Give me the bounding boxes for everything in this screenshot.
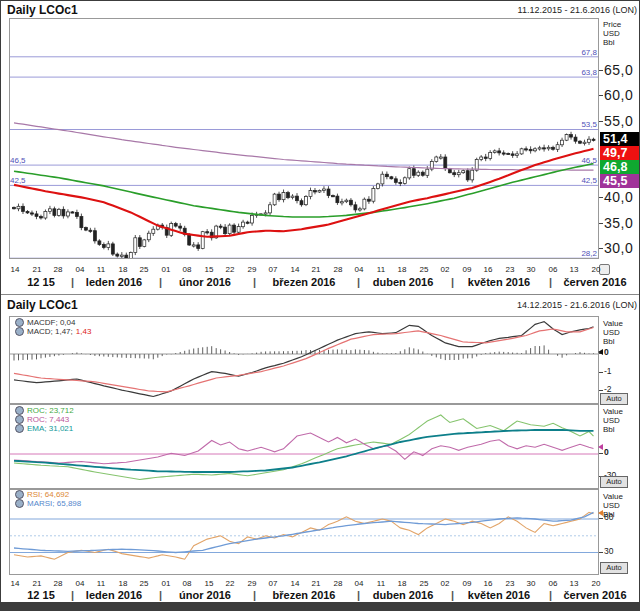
price-tick-label: 65,0 — [604, 62, 633, 78]
bottom-chart-title: Daily LCOc1 — [7, 298, 78, 312]
month-label: 12 15 — [27, 589, 55, 601]
day-tick-label: 04 — [351, 579, 367, 588]
day-tick-label: 21 — [29, 265, 45, 274]
bottom-chart-header: Daily LCOc1 14.12.2015 - 21.6.2016 (LON) — [1, 294, 640, 317]
roc-axis-unit: Bbl — [603, 425, 615, 434]
day-tick-label: 06 — [545, 265, 561, 274]
rsi-tick-label: 30 — [604, 547, 613, 556]
day-tick-label: 01 — [158, 579, 174, 588]
day-tick-label: 13 — [566, 579, 582, 588]
day-tick-label: 02 — [437, 265, 453, 274]
month-label: březen 2016 — [273, 276, 336, 288]
indicator-properties-icon[interactable] — [15, 327, 24, 336]
month-label: duben 2016 — [373, 589, 434, 601]
day-tick-label: 01 — [158, 265, 174, 274]
top-x-axis: 1421280411182501081522290714212804111825… — [1, 259, 640, 293]
legend-text: MACDF; 0,04 — [27, 318, 75, 327]
indicator-properties-icon[interactable] — [15, 415, 24, 424]
rsi-legend-item[interactable]: MARSI; 65,898 — [15, 499, 81, 508]
roc-auto-scale-button[interactable]: Auto — [600, 476, 628, 488]
day-tick-label: 16 — [480, 579, 496, 588]
indicator-properties-icon[interactable] — [15, 490, 24, 499]
level-label-right: 67,8 — [553, 48, 597, 57]
day-tick-label: 04 — [72, 265, 88, 274]
rsi-tick-label: 60 — [604, 513, 613, 522]
month-label: červen 2016 — [564, 276, 627, 288]
legend-text: ROC; 23,712 — [27, 406, 74, 415]
rsi-tick-dash — [599, 552, 603, 553]
day-tick-label: 14 — [287, 265, 303, 274]
price-tick-dash — [599, 223, 603, 224]
level-label-left: 46,5 — [10, 156, 26, 165]
day-tick-label: 08 — [179, 265, 195, 274]
price-tick-dash — [599, 197, 603, 198]
legend-text: EMA; 31,021 — [27, 424, 73, 433]
day-tick-label: 21 — [308, 265, 324, 274]
rsi-panel-plot[interactable] — [9, 489, 599, 575]
main-price-plot[interactable] — [9, 18, 599, 259]
day-tick-label: 25 — [136, 579, 152, 588]
rsi-auto-scale-button[interactable]: Auto — [600, 562, 628, 574]
roc-legend-item[interactable]: ROC; 7,443 — [15, 415, 69, 424]
level-label-right: 63,8 — [553, 68, 597, 77]
chart-window: Daily LCOc1 11.12.2015 - 21.6.2016 (LON)… — [0, 0, 640, 611]
day-tick-label: 30 — [523, 265, 539, 274]
month-separator: | — [253, 276, 256, 288]
top-chart-title: Daily LCOc1 — [7, 3, 78, 17]
day-tick-label: 08 — [179, 579, 195, 588]
level-label-right: 46,5 — [553, 156, 597, 165]
roc-legend-item[interactable]: EMA; 31,021 — [15, 424, 73, 433]
macd-tick-dash — [599, 390, 603, 391]
macd-auto-scale-button[interactable]: Auto — [600, 393, 628, 405]
indicator-properties-icon[interactable] — [15, 424, 24, 433]
month-separator: | — [451, 589, 454, 601]
level-label-right: 53,5 — [553, 120, 597, 129]
legend-text: MACD; 1,47; — [27, 327, 73, 336]
day-tick-label: 07 — [265, 265, 281, 274]
month-label: květen 2016 — [468, 589, 530, 601]
month-label: únor 2016 — [179, 276, 231, 288]
macd-panel-plot[interactable] — [9, 316, 599, 404]
roc-legend-item[interactable]: ROC; 23,712 — [15, 406, 74, 415]
price-tick-label: 60,0 — [604, 87, 633, 103]
day-tick-label: 20 — [588, 265, 604, 274]
day-tick-label: 11 — [373, 579, 389, 588]
indicator-properties-icon[interactable] — [15, 406, 24, 415]
roc-current-value-marker — [598, 444, 603, 450]
day-tick-label: 29 — [244, 265, 260, 274]
day-tick-label: 21 — [308, 579, 324, 588]
month-label: březen 2016 — [273, 589, 336, 601]
rsi-legend-item[interactable]: RSI; 64,692 — [15, 490, 69, 499]
price-badge: 45,5 — [600, 174, 640, 188]
price-tick-dash — [599, 121, 603, 122]
day-tick-label: 21 — [29, 579, 45, 588]
day-tick-label: 16 — [480, 265, 496, 274]
day-tick-label: 15 — [201, 265, 217, 274]
day-tick-label: 11 — [93, 265, 109, 274]
month-label: leden 2016 — [86, 589, 142, 601]
legend-text: ROC; 7,443 — [27, 415, 69, 424]
indicator-properties-icon[interactable] — [15, 318, 24, 327]
month-separator: | — [451, 276, 454, 288]
month-label: červen 2016 — [564, 589, 627, 601]
day-tick-label: 28 — [330, 579, 346, 588]
day-tick-label: 25 — [136, 265, 152, 274]
macd-legend-item[interactable]: MACD; 1,47; 1,43 — [15, 327, 91, 336]
indicator-properties-icon[interactable] — [15, 499, 24, 508]
top-chart-header: Daily LCOc1 11.12.2015 - 21.6.2016 (LON) — [1, 1, 640, 18]
macd-tick-dash — [599, 372, 603, 373]
roc-panel-plot[interactable] — [9, 404, 599, 489]
day-tick-label: 29 — [244, 579, 260, 588]
day-tick-label: 09 — [459, 265, 475, 274]
month-separator: | — [357, 589, 360, 601]
day-tick-label: 02 — [437, 579, 453, 588]
day-tick-label: 28 — [50, 265, 66, 274]
macd-legend-item[interactable]: MACDF; 0,04 — [15, 318, 75, 327]
day-tick-label: 11 — [93, 579, 109, 588]
macd-tick-label: -1 — [604, 367, 612, 376]
month-separator: | — [71, 589, 74, 601]
level-label-right: 28,2 — [553, 249, 597, 258]
macd-tick-label: 0 — [604, 348, 609, 357]
month-separator: | — [549, 589, 552, 601]
roc-axis-unit: Value — [603, 407, 623, 416]
